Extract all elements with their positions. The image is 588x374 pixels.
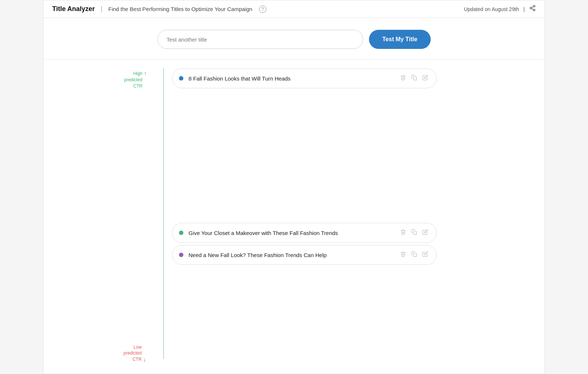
arrow-down-icon: ↓ — [143, 357, 146, 363]
header-subtitle: Find the Best Performing Titles to Optim… — [108, 6, 252, 12]
dot-indicator — [179, 231, 183, 235]
copy-icon[interactable] — [410, 74, 418, 83]
svg-line-3 — [531, 8, 533, 10]
edit-icon[interactable] — [422, 74, 429, 83]
delete-icon[interactable] — [399, 228, 407, 237]
test-my-title-button[interactable]: Test My Title — [369, 30, 430, 49]
svg-line-4 — [531, 7, 533, 8]
card-actions — [399, 250, 429, 259]
app-title: Title Analyzer — [52, 5, 95, 13]
title-text: 8 Fall Fashion Looks that Will Turn Head… — [189, 75, 394, 82]
title-card: Need a New Fall Look? These Fashion Tren… — [172, 245, 437, 265]
updated-text: Updated on August 29th — [464, 6, 519, 12]
header-right: Updated on August 29th | — [464, 5, 536, 13]
title-card: Give Your Closet a Makeover with These F… — [172, 223, 437, 243]
titles-list: 8 Fall Fashion Looks that Will Turn Head… — [161, 68, 523, 267]
dot-indicator — [179, 253, 183, 257]
copy-icon[interactable] — [410, 228, 418, 237]
title-input[interactable] — [157, 30, 363, 49]
svg-rect-7 — [413, 253, 417, 257]
edit-icon[interactable] — [422, 250, 429, 259]
main-content: HighpredictedCTR ↑ LowpredictedCTR ↓ 8 F… — [43, 60, 545, 374]
title-text: Give Your Closet a Makeover with These F… — [189, 230, 394, 236]
chart-area: 8 Fall Fashion Looks that Will Turn Head… — [161, 68, 523, 359]
search-section: Test My Title — [43, 18, 545, 60]
card-actions — [399, 228, 429, 237]
svg-rect-6 — [413, 231, 417, 235]
title-text: Need a New Fall Look? These Fashion Tren… — [189, 252, 394, 258]
header-divider: | — [101, 5, 103, 13]
dot-indicator — [179, 76, 183, 81]
delete-icon[interactable] — [399, 250, 407, 259]
copy-icon[interactable] — [410, 250, 418, 259]
chart-spacer — [172, 90, 523, 223]
card-actions — [399, 74, 429, 83]
y-axis-low-label: LowpredictedCTR ↓ — [123, 344, 146, 363]
header-left: Title Analyzer | Find the Best Performin… — [52, 5, 266, 13]
share-icon[interactable] — [529, 5, 536, 13]
delete-icon[interactable] — [399, 74, 407, 83]
svg-rect-5 — [413, 77, 417, 80]
y-axis-high-label: HighpredictedCTR — [124, 71, 142, 89]
header: Title Analyzer | Find the Best Performin… — [43, 0, 545, 18]
arrow-up-icon: ↑ — [144, 71, 147, 76]
title-card: 8 Fall Fashion Looks that Will Turn Head… — [172, 68, 437, 88]
header-divider-right: | — [523, 6, 525, 12]
help-icon[interactable]: ? — [259, 6, 266, 13]
edit-icon[interactable] — [422, 228, 429, 237]
